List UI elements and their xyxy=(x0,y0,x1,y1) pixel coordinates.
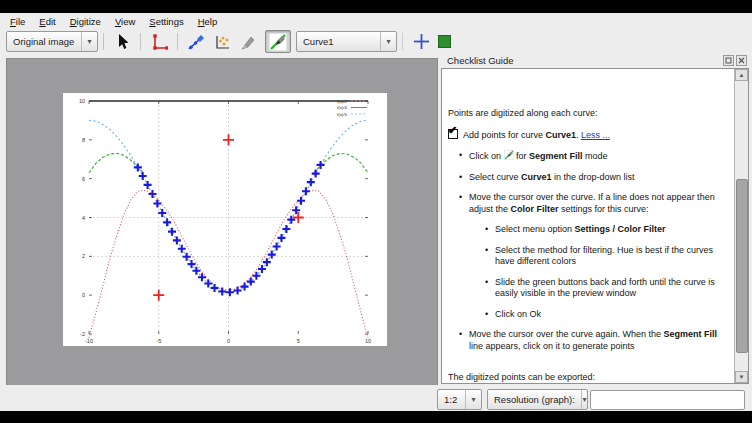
svg-text:-5: -5 xyxy=(156,338,161,344)
chevron-down-icon: ▾ xyxy=(380,32,396,51)
resolution-combo[interactable]: Resolution (graph): ▾ xyxy=(487,389,588,410)
top-black-bar xyxy=(0,0,752,13)
toolbar-separator xyxy=(402,33,403,50)
curve-color-swatch-icon xyxy=(438,35,451,48)
color-picker-tool-button[interactable] xyxy=(235,30,261,53)
checklist-bullet-item: Move the cursor over the curve. If a lin… xyxy=(448,192,728,215)
point-match-icon xyxy=(213,33,231,51)
chevron-down-icon: ▾ xyxy=(581,390,587,409)
checklist-bullet-item: Click on for Segment Fill mode xyxy=(448,150,728,163)
panel-close-button[interactable] xyxy=(736,55,747,66)
segment-fill-icon xyxy=(269,33,287,51)
float-icon xyxy=(725,57,732,64)
chevron-down-icon: ▾ xyxy=(81,32,97,51)
checklist-bullet-item: Move the cursor over the curve again. Wh… xyxy=(448,329,728,352)
svg-text:6: 6 xyxy=(82,176,85,182)
document-canvas: -10-505101086420-2f(x)/2f(x)/4f(x)/5 xyxy=(6,58,438,386)
segment-fill-tool-button[interactable] xyxy=(265,30,291,53)
svg-text:0: 0 xyxy=(227,338,230,344)
checklist-bullet-item: Click on Ok xyxy=(448,309,728,321)
status-value-input[interactable] xyxy=(590,390,745,410)
axis-point-icon xyxy=(150,33,168,51)
cursor-arrow-icon xyxy=(115,33,130,50)
scrollbar-down-arrow-icon[interactable]: ▼ xyxy=(735,371,748,383)
svg-text:f(x)/2: f(x)/2 xyxy=(337,99,348,104)
checklist-link[interactable]: Less ... xyxy=(581,130,610,140)
menu-item-digitize[interactable]: Digitize xyxy=(70,15,109,28)
graph-image[interactable]: -10-505101086420-2f(x)/2f(x)/4f(x)/5 xyxy=(63,93,387,346)
toolbar-separator xyxy=(103,33,104,50)
scrollbar-thumb[interactable] xyxy=(736,179,748,353)
select-tool-button[interactable] xyxy=(109,30,135,53)
menu-item-settings[interactable]: Settings xyxy=(149,15,191,28)
checklist-bullet-item: Select curve Curve1 in the drop-down lis… xyxy=(448,172,728,184)
svg-text:8: 8 xyxy=(82,137,85,143)
checklist-task: Add points for curve Curve1. Less ... xyxy=(448,129,728,142)
menu-item-edit[interactable]: Edit xyxy=(39,15,63,28)
checklist-bullet-item: Slide the green buttons back and forth u… xyxy=(448,277,728,300)
checklist-bullet-item: Select the method for filtering. Hue is … xyxy=(448,245,728,268)
svg-text:4: 4 xyxy=(82,215,85,221)
curve-selector-combo[interactable]: Curve1 ▾ xyxy=(296,31,397,52)
checklist-paragraph: The digitized points can be exported: xyxy=(448,372,728,384)
point-match-tool-button[interactable] xyxy=(209,30,235,53)
svg-text:-2: -2 xyxy=(80,331,85,337)
menu-item-view[interactable]: View xyxy=(115,15,143,28)
scrollbar-up-arrow-icon[interactable]: ▲ xyxy=(735,69,748,81)
segment-fill-icon xyxy=(504,151,514,161)
checkbox-checked-icon[interactable] xyxy=(448,129,458,139)
menubar: FileEditDigitizeViewSettingsHelp xyxy=(0,13,752,29)
svg-text:2: 2 xyxy=(82,253,85,259)
svg-text:10: 10 xyxy=(79,98,85,104)
engauge-digitizer-window: FileEditDigitizeViewSettingsHelp Origina… xyxy=(0,0,752,423)
checklist-guide-panel: Points are digitized along each curve:Ad… xyxy=(441,68,749,384)
resolution-value: Resolution (graph): xyxy=(488,394,581,405)
zoom-combo[interactable]: 1:2 ▾ xyxy=(437,389,482,410)
close-icon xyxy=(738,57,745,64)
panel-float-button[interactable] xyxy=(723,55,734,66)
background-selector-combo[interactable]: Original image ▾ xyxy=(6,31,98,52)
background-selector-value: Original image xyxy=(7,36,81,47)
menu-item-help[interactable]: Help xyxy=(198,15,226,28)
scrollbar[interactable]: ▲ ▼ xyxy=(734,69,748,383)
pencil-icon xyxy=(240,34,256,50)
digitized-graph[interactable]: -10-505101086420-2f(x)/2f(x)/4f(x)/5 xyxy=(63,93,387,346)
curve-point-tool-button[interactable] xyxy=(183,30,209,53)
chevron-down-icon: ▾ xyxy=(465,390,481,409)
curve-selector-value: Curve1 xyxy=(297,36,380,47)
bottom-black-bar xyxy=(0,411,752,423)
checklist-bullet-item: Select menu option Settings / Color Filt… xyxy=(448,224,728,236)
cross-point-style-icon xyxy=(413,33,430,50)
menu-item-file[interactable]: File xyxy=(10,15,33,28)
toolbar-separator xyxy=(177,33,178,50)
point-style-indicator xyxy=(408,30,434,53)
checklist-paragraph: Points are digitized along each curve: xyxy=(448,108,728,120)
panel-title: Checklist Guide xyxy=(447,55,514,66)
curve-color-indicator xyxy=(434,30,454,53)
toolbar-separator xyxy=(140,33,141,50)
status-bar: 1:2 ▾ Resolution (graph): ▾ xyxy=(0,385,752,411)
toolbar: Original image ▾ xyxy=(0,29,752,54)
svg-text:-10: -10 xyxy=(85,338,93,344)
svg-text:0: 0 xyxy=(82,292,85,298)
svg-text:10: 10 xyxy=(365,338,371,344)
checklist-content: Points are digitized along each curve:Ad… xyxy=(448,69,728,384)
curve-point-icon xyxy=(187,33,205,51)
svg-text:f(x)/4: f(x)/4 xyxy=(337,105,348,110)
svg-text:f(x)/5: f(x)/5 xyxy=(337,112,348,117)
zoom-value: 1:2 xyxy=(438,394,465,405)
axis-point-tool-button[interactable] xyxy=(146,30,172,53)
svg-text:5: 5 xyxy=(297,338,300,344)
